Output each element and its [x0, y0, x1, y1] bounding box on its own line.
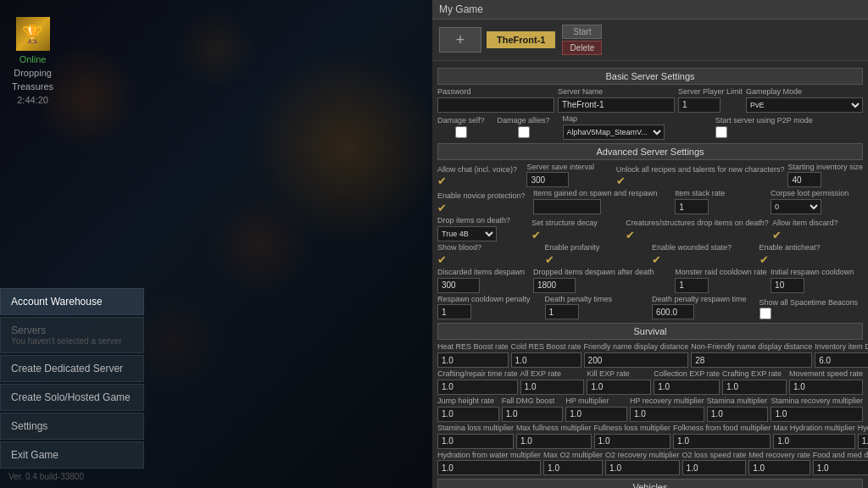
sidebar-item-settings[interactable]: Settings — [0, 413, 144, 440]
collection-exp-field: Collection EXP rate — [654, 369, 720, 395]
allow-discard-check-icon: ✔ — [772, 229, 782, 241]
movement-speed-field: Movement speed rate — [789, 369, 863, 395]
unlock-recipes-field: Unlock all recipes and talents for new c… — [616, 165, 785, 188]
o2-loss-input[interactable] — [682, 460, 747, 475]
respawn-cooldown-input[interactable] — [437, 304, 471, 319]
sidebar-item-label: Settings — [11, 420, 47, 432]
show-blood-field: Show blood? ✔ — [437, 243, 542, 266]
non-friendly-name-input[interactable] — [691, 352, 812, 368]
anticheat-check-icon: ✔ — [760, 253, 769, 266]
gameplay-mode-field-group: Gameplay Mode PvEPvP — [746, 87, 863, 113]
damage-self-checkbox[interactable] — [455, 126, 467, 138]
avatar: 🏆 — [16, 17, 50, 51]
starting-inventory-input[interactable] — [787, 172, 821, 187]
inventory-dur-input[interactable] — [815, 352, 868, 368]
friendly-name-input[interactable] — [584, 352, 689, 368]
add-server-button[interactable]: + — [439, 27, 481, 53]
stamina-mult-input[interactable] — [707, 407, 769, 422]
movement-speed-input[interactable] — [789, 380, 863, 395]
player-limit-input[interactable] — [678, 97, 721, 113]
password-input[interactable] — [437, 97, 554, 113]
o2-recovery-input[interactable] — [605, 460, 680, 475]
kill-exp-input[interactable] — [587, 380, 651, 395]
starting-inventory-field: Starting inventory size — [787, 163, 863, 188]
password-field-group: Password — [437, 87, 554, 113]
start-server-button[interactable]: Start — [562, 25, 602, 39]
max-hydration-input[interactable] — [773, 434, 855, 449]
structure-decay-check-icon: ✔ — [531, 229, 541, 241]
cold-res-field: Cold RES Boost rate — [511, 342, 581, 368]
sidebar-item-create-solo[interactable]: Create Solo/Hosted Game — [0, 384, 144, 411]
stamina-recovery-input[interactable] — [771, 407, 863, 422]
initial-respawn-field: Initial respawn cooldown — [771, 268, 863, 293]
crafting-repair-field: Crafting/repair time rate — [437, 369, 518, 395]
online-status: Online — [19, 54, 47, 64]
show-blood-check-icon: ✔ — [437, 253, 447, 266]
o2-loss-field: O2 loss speed rate — [682, 451, 747, 476]
folkness-food-input[interactable] — [673, 434, 771, 449]
discarded-items-input[interactable] — [437, 278, 480, 293]
p2p-checkbox[interactable] — [715, 126, 727, 138]
fullness-loss-input[interactable] — [594, 434, 671, 449]
monster-raid-input[interactable] — [675, 278, 709, 293]
player-limit-label: Server Player Limit — [678, 87, 743, 97]
sidebar-item-label: Servers You haven't selected a server — [11, 324, 122, 346]
spacetime-beacons-field: Show all Spacetime Beacons — [760, 298, 864, 320]
death-penalty-respawn-input[interactable] — [652, 304, 694, 319]
sidebar-item-servers[interactable]: Servers You haven't selected a server — [0, 317, 144, 353]
save-interval-input[interactable] — [526, 172, 569, 187]
crafting-exp-input[interactable] — [722, 380, 787, 395]
dropped-items-input[interactable] — [533, 278, 576, 293]
gameplay-mode-select[interactable]: PvEPvP — [746, 97, 863, 113]
collection-exp-input[interactable] — [654, 380, 720, 395]
crafting-repair-input[interactable] — [437, 380, 518, 395]
session-time: 2:44:20 — [17, 95, 48, 105]
item-stack-input[interactable] — [675, 199, 709, 214]
drop-items-select[interactable]: True 4BFalse — [437, 226, 497, 241]
server-name-input[interactable] — [558, 97, 675, 113]
sidebar-item-exit-game[interactable]: Exit Game — [0, 441, 144, 469]
damage-self-label: Damage self? — [437, 116, 485, 125]
novice-protection-check-icon: ✔ — [437, 202, 447, 214]
anticheat-field: Enable anticheat? ✔ — [760, 243, 864, 266]
max-o2-input[interactable] — [543, 460, 603, 475]
sidebar-item-create-dedicated[interactable]: Create Dedicated Server — [0, 355, 144, 382]
items-spawn-input[interactable] — [533, 199, 601, 214]
hp-multiplier-input[interactable] — [565, 407, 627, 422]
creatures-drop-field: Creatures/structures drop items on death… — [626, 219, 769, 241]
stamina-loss-input[interactable] — [437, 434, 514, 449]
heat-res-input[interactable] — [437, 352, 509, 368]
hp-recovery-input[interactable] — [630, 407, 704, 422]
sidebar-item-account-warehouse[interactable]: Account Warehouse — [0, 288, 144, 315]
fall-dmg-input[interactable] — [502, 407, 564, 422]
unlock-recipes-check-icon: ✔ — [616, 175, 626, 187]
monster-raid-field: Monster raid cooldown rate — [675, 268, 767, 293]
max-hydration-field: Max Hydration multiplier — [773, 424, 855, 449]
spacetime-beacons-checkbox[interactable] — [760, 308, 771, 319]
death-penalty-respawn-field: Death penalty respawn time — [652, 295, 756, 320]
left-background-panel: 🏆 Online Dropping Treasures 2:44:20 Acco… — [0, 0, 432, 488]
max-fullness-input[interactable] — [516, 434, 592, 449]
app-title: My Game — [439, 3, 483, 15]
hydration-loss-input[interactable] — [858, 434, 868, 449]
damage-allies-field: Damage allies? — [490, 116, 558, 138]
death-penalty-input[interactable] — [545, 304, 579, 319]
allow-chat-field: Allow chat (incl. voice)? ✔ — [437, 165, 523, 188]
server-tab-front1[interactable]: TheFront-1 — [487, 31, 555, 48]
delete-server-button[interactable]: Delete — [562, 41, 602, 55]
password-label: Password — [437, 87, 554, 97]
map-select[interactable]: AlphaV5Map_SteamV... — [563, 125, 665, 140]
p2p-field-group: Start server using P2P mode — [715, 116, 863, 138]
cold-res-input[interactable] — [511, 352, 581, 368]
jump-height-input[interactable] — [437, 407, 499, 422]
advanced-settings-header: Advanced Server Settings — [437, 143, 863, 160]
all-exp-input[interactable] — [520, 380, 585, 395]
med-recovery-input[interactable] — [748, 460, 810, 475]
corpse-loot-select[interactable]: 01 — [771, 199, 821, 214]
food-med-duration-input[interactable] — [813, 460, 868, 475]
hp-recovery-field: HP recovery multiplier — [630, 396, 704, 422]
hydration-water-input[interactable] — [437, 460, 541, 475]
max-fullness-field: Max fullness multiplier — [516, 424, 592, 449]
initial-respawn-input[interactable] — [771, 278, 804, 293]
damage-allies-checkbox[interactable] — [518, 126, 530, 138]
